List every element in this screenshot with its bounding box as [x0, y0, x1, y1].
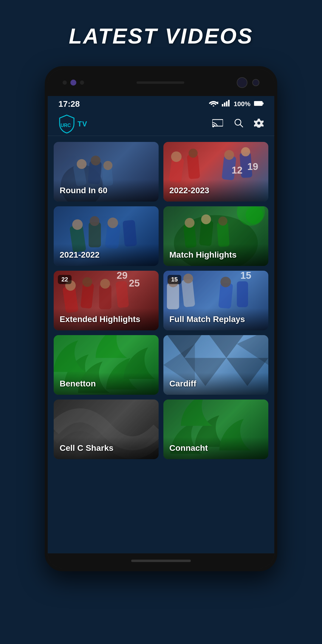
svg-text:15: 15	[240, 271, 251, 281]
card-2021-2022[interactable]: 2021-2022	[54, 206, 159, 266]
card-extended-highlights[interactable]: 29 25 22 Extended Highlights	[54, 271, 159, 330]
card-label-2022-2023: 2022-2023	[163, 179, 268, 202]
svg-point-37	[108, 218, 118, 228]
battery-percentage: 100%	[234, 100, 250, 108]
card-badge-replays: 15	[168, 275, 181, 284]
front-camera	[237, 77, 247, 88]
card-2022-2023[interactable]: 12 19 2022-2023	[163, 142, 268, 202]
card-label-cell-c-sharks: Cell C Sharks	[54, 437, 159, 459]
svg-point-18	[77, 159, 86, 169]
card-label-cardiff: Cardiff	[163, 373, 268, 395]
phone-frame: 17:28 100%	[45, 66, 277, 571]
battery-icon	[254, 100, 264, 108]
svg-point-20	[103, 161, 113, 170]
card-label-round-in-60: Round In 60	[54, 179, 159, 202]
dot-3	[80, 80, 84, 85]
card-badge-extended: 22	[58, 275, 72, 284]
svg-text:12: 12	[232, 165, 243, 176]
svg-point-13	[257, 122, 260, 125]
dot-1	[63, 80, 67, 85]
svg-point-36	[90, 216, 100, 226]
video-grid: Round In 60 12 19 2022-2023	[54, 142, 268, 459]
card-label-match-highlights: Match Highlights	[163, 244, 268, 266]
svg-point-26	[188, 149, 198, 158]
front-camera-small	[252, 79, 259, 86]
app-logo[interactable]: URC TV	[58, 114, 87, 134]
svg-point-25	[171, 151, 182, 162]
notch-center	[137, 81, 184, 84]
card-label-2021-2022: 2021-2022	[54, 244, 159, 266]
app-navbar: URC TV	[48, 112, 274, 136]
svg-point-62	[220, 277, 231, 287]
svg-text:URC: URC	[61, 123, 71, 128]
svg-point-19	[91, 156, 100, 165]
svg-point-52	[82, 277, 92, 287]
status-icons: 100%	[209, 100, 264, 108]
svg-rect-7	[263, 103, 264, 104]
app-nav-icons	[212, 118, 264, 130]
signal-icon	[222, 100, 230, 108]
card-benetton[interactable]: Benetton	[54, 335, 159, 395]
svg-rect-50	[115, 281, 129, 308]
svg-point-44	[218, 216, 227, 226]
wifi-icon	[209, 100, 218, 108]
status-bar: 17:28 100%	[48, 96, 274, 112]
svg-point-0	[213, 106, 214, 107]
svg-point-35	[72, 219, 83, 230]
svg-rect-4	[226, 101, 227, 106]
card-connacht[interactable]: Connacht	[163, 400, 268, 459]
phone-bottom-bar	[48, 553, 274, 568]
svg-point-28	[241, 147, 250, 157]
card-label-full-match-replays: Full Match Replays	[163, 308, 268, 330]
svg-point-10	[212, 126, 214, 127]
svg-text:25: 25	[129, 278, 140, 289]
card-label-benetton: Benetton	[54, 373, 159, 395]
card-label-extended-highlights: Extended Highlights	[54, 308, 159, 330]
svg-text:29: 29	[117, 271, 128, 281]
svg-point-27	[224, 150, 234, 160]
status-time: 17:28	[58, 99, 80, 109]
svg-rect-59	[237, 281, 248, 307]
card-match-highlights[interactable]: Match Highlights	[163, 206, 268, 266]
dot-2-purple	[70, 80, 76, 86]
logo-shield-icon: URC	[58, 114, 75, 134]
card-round-in-60[interactable]: Round In 60	[54, 142, 159, 202]
logo-text: TV	[78, 120, 87, 128]
svg-rect-1	[217, 102, 218, 104]
search-button[interactable]	[234, 118, 243, 130]
svg-point-43	[201, 214, 211, 224]
notch-right	[237, 77, 259, 88]
svg-rect-34	[123, 220, 137, 247]
app-content: Round In 60 12 19 2022-2023	[48, 136, 274, 553]
svg-rect-6	[254, 101, 262, 106]
svg-point-53	[100, 279, 110, 289]
settings-button[interactable]	[254, 118, 264, 130]
card-label-connacht: Connacht	[163, 437, 268, 459]
card-full-match-replays[interactable]: 15 15 Full Match Replays	[163, 271, 268, 330]
svg-text:19: 19	[247, 161, 258, 172]
speaker-grill	[137, 81, 184, 84]
svg-point-46	[246, 206, 263, 224]
card-cell-c-sharks[interactable]: Cell C Sharks	[54, 400, 159, 459]
notch-left	[63, 80, 84, 86]
page-header: LATEST VIDEOS	[0, 0, 322, 66]
home-indicator	[131, 560, 191, 562]
svg-rect-5	[228, 100, 230, 106]
svg-rect-2	[222, 104, 223, 106]
svg-rect-3	[224, 103, 225, 106]
cast-button[interactable]	[212, 118, 223, 130]
svg-point-42	[185, 218, 195, 228]
phone-hardware-top	[48, 69, 274, 96]
svg-line-12	[240, 124, 243, 127]
page-title: LATEST VIDEOS	[0, 24, 322, 48]
card-cardiff[interactable]: Cardiff	[163, 335, 268, 395]
svg-point-61	[183, 274, 193, 284]
